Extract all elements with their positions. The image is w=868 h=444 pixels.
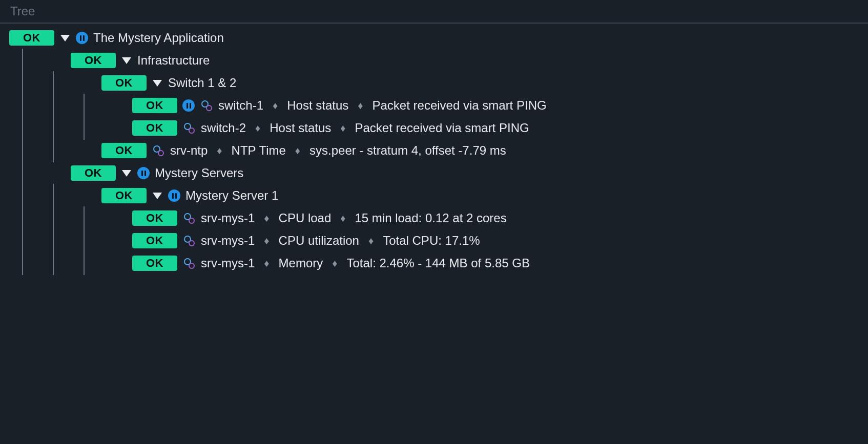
status-badge: OK <box>132 98 177 113</box>
svg-point-5 <box>158 151 163 156</box>
tree-guide <box>9 98 35 113</box>
tree-node[interactable]: OK Mystery Servers <box>9 162 859 184</box>
status-badge: OK <box>9 30 54 46</box>
leaf-service: Host status <box>270 121 331 135</box>
tree-leaf[interactable]: OK switch-1 ♦ Host status ♦ Packet recei… <box>9 94 859 117</box>
leaf-host: srv-mys-1 <box>201 211 255 225</box>
leaf-host: srv-mys-1 <box>201 256 255 270</box>
service-gears-icon <box>152 144 165 157</box>
tree-guide <box>9 233 35 248</box>
status-badge: OK <box>71 165 116 181</box>
separator-diamond-icon: ♦ <box>264 213 269 224</box>
tree-guide <box>40 120 66 136</box>
leaf-service: NTP Time <box>232 143 286 158</box>
tree-spacer <box>101 98 127 113</box>
service-gears-icon <box>200 99 213 112</box>
leaf-service: Host status <box>287 98 348 113</box>
tree-spacer <box>71 188 96 203</box>
tree-guide <box>9 120 35 136</box>
tree-spacer <box>71 143 96 158</box>
separator-diamond-icon: ♦ <box>332 258 337 269</box>
tree-spacer <box>40 165 66 181</box>
tree-node-root[interactable]: OK The Mystery Application <box>9 27 859 49</box>
tree-spacer <box>71 75 96 91</box>
tree-guide <box>9 75 35 91</box>
tree-leaf[interactable]: OK srv-mys-1 ♦ CPU load ♦ 15 min load: 0… <box>9 207 859 229</box>
separator-diamond-icon: ♦ <box>340 213 345 224</box>
expand-caret-icon[interactable] <box>153 193 162 199</box>
tree-guide <box>40 98 66 113</box>
tree-leaf[interactable]: OK srv-mys-1 ♦ Memory ♦ Total: 2.46% - 1… <box>9 252 859 274</box>
tree-spacer <box>101 120 127 136</box>
expand-caret-icon[interactable] <box>60 35 70 41</box>
tree-leaf[interactable]: OK srv-mys-1 ♦ CPU utilization ♦ Total C… <box>9 229 859 252</box>
leaf-info: 15 min load: 0.12 at 2 cores <box>355 211 506 225</box>
tree-guide <box>71 120 96 136</box>
tree-leaf[interactable]: OK srv-ntp ♦ NTP Time ♦ sys.peer - strat… <box>9 139 859 162</box>
node-label: Mystery Server 1 <box>185 188 278 203</box>
tree-guide <box>71 256 96 271</box>
status-badge: OK <box>101 188 147 203</box>
service-gears-icon <box>182 234 196 247</box>
service-gears-icon <box>182 121 196 135</box>
tree-view: OK The Mystery Application OK Infrastruc… <box>0 27 868 274</box>
separator-diamond-icon: ♦ <box>358 100 363 112</box>
leaf-service: Memory <box>279 256 323 270</box>
leaf-service: CPU utilization <box>279 234 359 248</box>
separator-diamond-icon: ♦ <box>217 145 222 157</box>
separator-diamond-icon: ♦ <box>340 122 345 134</box>
tree-guide <box>9 256 35 271</box>
tree-leaf[interactable]: OK switch-2 ♦ Host status ♦ Packet recei… <box>9 117 859 139</box>
svg-point-7 <box>189 218 194 223</box>
svg-point-11 <box>189 263 194 268</box>
leaf-info: sys.peer - stratum 4, offset -7.79 ms <box>309 143 506 158</box>
status-badge: OK <box>71 53 116 68</box>
tree-guide <box>40 256 66 271</box>
expand-caret-icon[interactable] <box>122 57 131 64</box>
tree-guide <box>40 210 66 226</box>
separator-diamond-icon: ♦ <box>264 235 269 247</box>
leaf-host: srv-mys-1 <box>201 234 255 248</box>
tree-guide <box>9 210 35 226</box>
expand-caret-icon[interactable] <box>153 80 162 87</box>
leaf-host: switch-2 <box>201 121 246 135</box>
tree-spacer <box>101 233 127 248</box>
separator-diamond-icon: ♦ <box>368 235 374 247</box>
leaf-service: CPU load <box>279 211 332 225</box>
status-badge: OK <box>132 210 177 226</box>
leaf-info: Total CPU: 17.1% <box>383 234 480 248</box>
tree-guide <box>9 188 35 203</box>
tree-guide <box>9 53 35 68</box>
leaf-info: Total: 2.46% - 144 MB of 5.85 GB <box>346 256 530 270</box>
node-label: Mystery Servers <box>155 166 243 180</box>
tree-guide <box>71 210 96 226</box>
separator-diamond-icon: ♦ <box>273 100 278 112</box>
tree-spacer <box>101 256 127 271</box>
panel-header: Tree <box>0 0 868 24</box>
tree-guide <box>40 233 66 248</box>
status-badge: OK <box>132 256 177 271</box>
tree-node[interactable]: OK Mystery Server 1 <box>9 184 859 207</box>
leaf-info: Packet received via smart PING <box>373 98 547 113</box>
node-label: The Mystery Application <box>93 31 224 45</box>
service-gears-icon <box>182 212 196 225</box>
tree-guide <box>40 143 66 158</box>
node-label: Switch 1 & 2 <box>168 76 236 90</box>
status-badge: OK <box>101 143 147 158</box>
service-gears-icon <box>182 257 196 270</box>
separator-diamond-icon: ♦ <box>295 145 300 157</box>
tree-guide <box>71 233 96 248</box>
expand-caret-icon[interactable] <box>122 170 131 177</box>
svg-point-1 <box>206 105 212 111</box>
node-label: Infrastructure <box>137 53 210 68</box>
svg-point-3 <box>189 128 194 133</box>
status-badge: OK <box>101 75 147 91</box>
leaf-info: Packet received via smart PING <box>355 121 529 135</box>
separator-diamond-icon: ♦ <box>255 122 260 134</box>
pause-icon <box>76 32 88 44</box>
tree-node[interactable]: OK Infrastructure <box>9 49 859 72</box>
tree-guide <box>9 165 35 181</box>
tree-guide <box>9 143 35 158</box>
status-badge: OK <box>132 120 177 136</box>
tree-node[interactable]: OK Switch 1 & 2 <box>9 72 859 94</box>
